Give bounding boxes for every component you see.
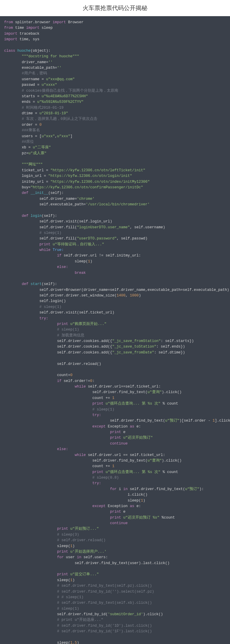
code: 0 [70,373,73,377]
code: : self.starts}) [161,339,194,343]
code: ].click() [215,419,230,423]
code: in [123,487,128,491]
code: u"二等座" [33,145,51,150]
code: else: [57,265,68,269]
code: xb = [22,145,33,150]
code: continue [110,442,128,446]
code: for [57,555,64,559]
code: u"xxx" [57,134,70,138]
code: def [22,214,29,218]
code: # sleep(3) [57,533,79,537]
code: i.click() [128,493,148,497]
code: as [130,425,134,429]
code: try: [92,413,101,417]
code: u"查询" [148,459,162,463]
code: ) [139,294,141,298]
code: self.login() [39,299,66,303]
code: count += [92,396,112,400]
code: self.driver.visit(self.ticket_url) [39,311,114,315]
code: % count [161,402,178,406]
code: passwd = [22,83,42,87]
code: "https://kyfw.12306.cn/otn/index/initMy1… [51,180,150,184]
code: print [110,436,121,440]
code: Exception [106,425,130,429]
code: u"%u592A%u539F%2CTYV" [37,100,84,104]
code: executable_path= [22,66,57,70]
code: self.driver.url==self.ticket_url: [86,385,161,389]
code: order = [22,123,39,127]
code: 1000 [130,294,139,298]
code: print [57,550,68,554]
code: '' [48,60,53,64]
code: while [75,453,86,457]
code: ) [73,578,75,582]
code: u"查询" [148,390,162,394]
code: print [110,516,121,520]
code: print [57,322,68,326]
code: time, sys [17,37,39,41]
code: ) [143,499,146,503]
code: self.driver.cookies.add({ [57,339,112,343]
code: 1 [112,464,115,468]
code: if [57,379,61,383]
code: huoche [15,49,31,53]
code: ).click() [162,459,182,463]
code: # self.driver.find_by_text(self.pz).clic… [57,584,152,588]
code: "loginUserDTO.user_name" [77,225,130,229]
code: self.driver.find_by_text( [128,487,185,491]
code: import [26,26,39,30]
code: 1 [112,396,115,400]
code: self.driver.cookies.add({ [57,345,112,349]
code: self.driver.find_by_id( [57,612,108,616]
code: u"等待验证码，自行输入..." [51,242,104,246]
code: u"成人票" [29,151,47,155]
code: ) [90,259,93,264]
code: self.driver.find_by_text( [92,459,148,463]
code: self.users: [81,555,108,559]
code: u"购票页面开始..." [68,322,107,326]
code: # sleep(1) [39,305,61,309]
code: # sleep(1) [57,328,79,332]
code: import [4,32,17,36]
code: self.driver.find_by_text( [92,390,148,394]
code: sleep( [57,578,70,582]
code: except [92,504,106,508]
code: e: [134,425,141,429]
code: driver_name= [22,60,48,64]
code: 1400 [117,294,126,298]
code: ).click() [143,612,163,616]
code: # self.driver.find_by_text(self.xb).clic… [57,601,152,605]
code: """网址""" [22,162,43,167]
code: self.driver.visit(self.login_url) [39,219,112,224]
code: buy= [22,185,31,189]
code: # 加载查询信息 [57,333,84,338]
code: while [39,248,51,252]
code: u"开始预订..." [68,527,99,531]
code: "_jc_save_fromStation" [112,339,161,343]
code: import [4,37,17,41]
code: pz= [22,151,29,155]
code: "_jc_save_fromDate" [112,350,154,355]
code: login [29,214,42,218]
code: (self): [48,191,64,195]
code: : self.ends}) [156,345,185,349]
code: "userDTO.password" [77,237,117,241]
code: sleep( [128,499,141,503]
code: def [22,282,29,286]
code: 1.5 [70,641,77,644]
code: continue [110,521,128,525]
code: ) [73,544,75,548]
code: True: [51,248,64,252]
code: 0 [39,123,42,127]
code: 'chrome' [77,197,95,201]
code: from [4,20,13,24]
code: self.driver.fill( [39,237,77,241]
code: time [13,26,26,30]
code: from [4,26,13,30]
code: username = [22,77,46,81]
code: # 时间格式2018-01-19 [22,106,64,110]
code: self.driver.url == self.ticket_url: [86,453,165,457]
code: u"2018-01-19" [39,111,68,115]
code: #用户名，密码 [22,71,47,76]
code: (object): [31,49,51,53]
